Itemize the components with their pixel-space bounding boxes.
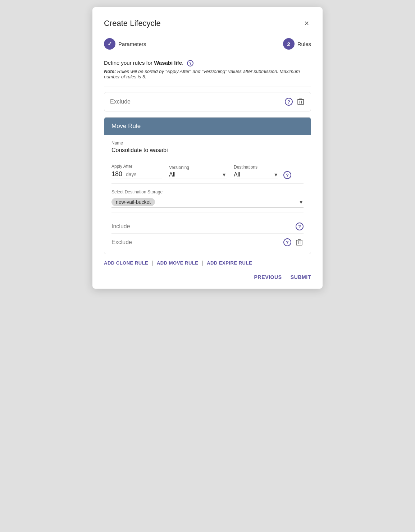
divider-1 <box>104 87 311 87</box>
destinations-help-icon[interactable]: ? <box>283 171 291 179</box>
dialog-title: Create Lifecycle <box>104 19 161 28</box>
step1-label: Parameters <box>118 41 146 47</box>
include-help-icon[interactable]: ? <box>296 223 304 230</box>
versioning-label: Versioning <box>169 165 227 170</box>
description-note: Note: Rules will be sorted by "Apply Aft… <box>104 69 311 79</box>
versioning-chevron-down-icon: ▼ <box>222 172 227 178</box>
destinations-field: Destinations All ▼ ? <box>234 165 291 179</box>
inner-exclude-input[interactable] <box>111 239 280 246</box>
add-clone-rule-button[interactable]: ADD CLONE RULE <box>104 260 148 266</box>
destinations-select[interactable]: All ▼ <box>234 171 278 179</box>
bottom-actions: PREVIOUS SUBMIT <box>104 274 311 280</box>
dest-storage-select[interactable]: new-vail-bucket ▼ <box>111 196 304 208</box>
versioning-field: Versioning All ▼ <box>169 165 227 179</box>
separator-2: | <box>202 260 203 266</box>
move-rule-header: Move Rule <box>104 118 311 135</box>
stepper: ✓ Parameters 2 Rules <box>104 38 311 50</box>
name-field-group: Name Consolidate to wasabi <box>111 141 304 158</box>
description-help-icon[interactable]: ? <box>187 60 193 66</box>
step2-circle: 2 <box>283 38 295 50</box>
apply-after-label: Apply After <box>111 164 162 169</box>
add-move-rule-button[interactable]: ADD MOVE RULE <box>157 260 199 266</box>
move-rule-card: Move Rule Name Consolidate to wasabi App… <box>104 117 311 254</box>
step-1: ✓ Parameters <box>104 38 146 50</box>
step-line <box>151 44 278 44</box>
name-label: Name <box>111 141 304 146</box>
apply-after-row: Apply After 180 days Versioning All ▼ <box>111 164 304 184</box>
top-exclude-input[interactable] <box>110 98 281 105</box>
svg-rect-0 <box>298 100 304 105</box>
step1-circle: ✓ <box>104 38 115 50</box>
include-input[interactable] <box>111 223 292 230</box>
apply-after-unit: days <box>126 171 137 177</box>
destinations-chevron-down-icon: ▼ <box>273 172 278 178</box>
previous-button[interactable]: PREVIOUS <box>254 274 282 280</box>
dialog-header: Create Lifecycle × <box>104 19 311 28</box>
apply-after-value-row: 180 days <box>111 170 162 179</box>
dest-storage-tag: new-vail-bucket <box>111 198 155 206</box>
top-exclude-row: ? <box>104 92 311 111</box>
apply-after-field: Apply After 180 days <box>111 164 162 179</box>
versioning-value: All <box>169 171 219 178</box>
action-links: ADD CLONE RULE | ADD MOVE RULE | ADD EXP… <box>104 260 311 266</box>
move-rule-body: Name Consolidate to wasabi Apply After 1… <box>104 135 311 254</box>
step2-label: Rules <box>297 41 311 47</box>
inner-exclude-row: ? <box>111 234 304 248</box>
dest-storage-label: Select Destination Storage <box>111 189 304 194</box>
destinations-label: Destinations <box>234 165 291 170</box>
versioning-select[interactable]: All ▼ <box>169 171 227 179</box>
include-row: ? <box>111 218 304 234</box>
name-value: Consolidate to wasabi <box>111 147 304 153</box>
separator-1: | <box>152 260 153 266</box>
top-exclude-card: ? <box>104 92 311 111</box>
top-exclude-delete-icon[interactable] <box>296 97 305 106</box>
description-main: Define your rules for Wasabi life. ? <box>104 60 311 66</box>
destinations-value: All <box>234 171 271 178</box>
apply-after-number: 180 <box>111 170 122 178</box>
submit-button[interactable]: SUBMIT <box>291 274 311 280</box>
create-lifecycle-dialog: Create Lifecycle × ✓ Parameters 2 Rules … <box>92 7 323 289</box>
dest-storage-chevron-down-icon: ▼ <box>298 199 304 205</box>
add-expire-rule-button[interactable]: ADD EXPIRE RULE <box>207 260 252 266</box>
dest-storage-group: Select Destination Storage new-vail-buck… <box>111 189 304 212</box>
svg-rect-4 <box>296 240 302 245</box>
description-section: Define your rules for Wasabi life. ? Not… <box>104 60 311 79</box>
step-2: 2 Rules <box>283 38 311 50</box>
close-button[interactable]: × <box>302 19 311 28</box>
top-exclude-help-icon[interactable]: ? <box>285 98 293 106</box>
inner-exclude-delete-icon[interactable] <box>295 238 304 247</box>
inner-exclude-help-icon[interactable]: ? <box>283 238 291 246</box>
lifecycle-name: Wasabi life <box>154 60 182 66</box>
destinations-help-row: All ▼ ? <box>234 171 291 179</box>
